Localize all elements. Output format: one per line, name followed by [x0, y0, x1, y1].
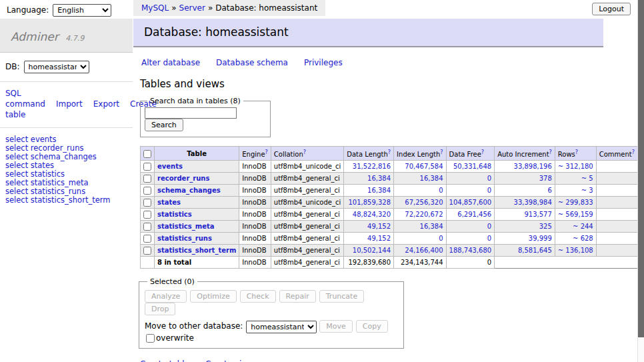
db-select[interactable]: homeassistant [24, 61, 89, 73]
index-length-link[interactable]: 67,256,320 [405, 199, 443, 206]
truncate-button[interactable]: Truncate [319, 290, 364, 303]
data-free-link[interactable]: 0 [487, 223, 491, 230]
overwrite-checkbox[interactable] [146, 334, 155, 343]
data-length-link[interactable]: 10,502,144 [353, 247, 391, 254]
create-link-create-table[interactable]: Create table [140, 359, 189, 362]
select-all-checkbox[interactable] [143, 150, 151, 158]
data-length-link[interactable]: 31,522,816 [353, 163, 391, 170]
search-input[interactable] [145, 107, 237, 119]
drop-button[interactable]: Drop [145, 303, 175, 315]
index-length-link[interactable]: 70,467,584 [405, 163, 443, 170]
index-length-link[interactable]: 16,384 [420, 223, 443, 230]
column-help-link[interactable]: ? [632, 149, 635, 155]
data-free-cell: 0 [446, 233, 495, 245]
index-length-cell: 16,384 [394, 221, 446, 233]
auto-increment-link[interactable]: 8,581,645 [518, 247, 552, 254]
auto-increment-link[interactable]: 33,898,196 [514, 163, 552, 170]
db-link-alter-database[interactable]: Alter database [141, 58, 200, 67]
table-name-link[interactable]: statistics_meta [157, 223, 214, 230]
column-help-link[interactable]: ? [481, 149, 484, 155]
row-checkbox[interactable] [143, 175, 151, 183]
index-length-link[interactable]: 0 [439, 187, 443, 194]
rows-count-link[interactable]: ~ 312,180 [558, 163, 593, 170]
rows-count-link[interactable]: ~ 136,108 [558, 247, 593, 254]
db-link-database-schema[interactable]: Database schema [216, 58, 288, 67]
table-name-link[interactable]: states [157, 199, 181, 206]
data-free-link[interactable]: 104,857,600 [449, 199, 492, 206]
create-link-create-view[interactable]: Create view [205, 359, 253, 362]
rows-count-link[interactable]: ~ 244 [573, 223, 593, 230]
db-link-privileges[interactable]: Privileges [304, 58, 343, 67]
data-length-link[interactable]: 16,384 [367, 187, 391, 194]
row-checkbox[interactable] [143, 211, 151, 219]
sidebar-action-sql-command[interactable]: SQL command [5, 89, 45, 109]
auto-increment-link[interactable]: 6 [547, 187, 551, 194]
copy-button[interactable]: Copy [356, 320, 388, 333]
rows-count-link[interactable]: ~ 569,159 [558, 211, 593, 218]
row-checkbox[interactable] [143, 235, 151, 243]
sidebar-item-select-statistics-short-term[interactable]: select statistics_short_term [5, 196, 127, 205]
column-help-link[interactable]: ? [303, 149, 306, 155]
rows-count-link[interactable]: ~ 3 [581, 187, 593, 194]
scrollbar-thumb[interactable] [638, 0, 644, 337]
vertical-scrollbar[interactable] [637, 0, 644, 362]
table-name-link[interactable]: events [157, 163, 183, 170]
data-free-link[interactable]: 0 [487, 187, 491, 194]
data-free-link[interactable]: 0 [487, 235, 491, 242]
data-length-link[interactable]: 16,384 [367, 175, 391, 182]
data-free-link[interactable]: 0 [487, 175, 491, 182]
data-length-link[interactable]: 49,152 [367, 235, 391, 242]
move-button[interactable]: Move [319, 320, 353, 333]
row-checkbox[interactable] [143, 223, 151, 231]
table-row: statesInnoDButf8mb4_unicode_ci101,859,32… [141, 197, 638, 209]
search-button[interactable]: Search [145, 119, 183, 131]
data-free-link[interactable]: 6,291,456 [457, 211, 491, 218]
auto-increment-link[interactable]: 378 [539, 175, 552, 182]
collation-cell: utf8mb4_general_ci [271, 185, 343, 197]
column-help-link[interactable]: ? [265, 149, 268, 155]
language-select[interactable]: English [53, 4, 111, 17]
overwrite-label: overwrite [156, 333, 194, 343]
optimize-button[interactable]: Optimize [190, 290, 236, 303]
data-length-link[interactable]: 49,152 [367, 223, 391, 230]
check-button[interactable]: Check [240, 290, 276, 303]
sidebar: Adminer 4.7.9 DB:homeassistant SQL comma… [0, 19, 133, 212]
column-help-link[interactable]: ? [440, 149, 443, 155]
row-checkbox[interactable] [143, 163, 151, 171]
auto-increment-link[interactable]: 33,398,984 [514, 199, 552, 206]
data-free-link[interactable]: 188,743,680 [449, 247, 492, 254]
data-free-link[interactable]: 50,331,648 [453, 163, 491, 170]
auto-increment-link[interactable]: 325 [539, 223, 552, 230]
auto-increment-link[interactable]: 39,999 [529, 235, 552, 242]
rows-count-link[interactable]: ~ 5 [581, 175, 593, 182]
breadcrumb-mysql-link[interactable]: MySQL [141, 3, 169, 13]
table-name-link[interactable]: statistics_runs [157, 235, 212, 242]
repair-button[interactable]: Repair [279, 290, 316, 303]
sidebar-action-export[interactable]: Export [93, 99, 119, 109]
data-length-link[interactable]: 101,859,328 [348, 199, 391, 206]
breadcrumb-server-link[interactable]: Server [179, 3, 205, 13]
auto-increment-link[interactable]: 913,577 [524, 211, 551, 218]
rows-count-link[interactable]: ~ 299,833 [558, 199, 593, 206]
index-length-link[interactable]: 72,220,672 [405, 211, 443, 218]
column-help-link[interactable]: ? [549, 149, 552, 155]
analyze-button[interactable]: Analyze [145, 290, 187, 303]
data-length-link[interactable]: 48,824,320 [353, 211, 391, 218]
table-name-link[interactable]: statistics [157, 211, 192, 218]
row-checkbox[interactable] [143, 247, 151, 255]
move-db-select[interactable]: homeassistant [246, 321, 317, 333]
index-length-link[interactable]: 0 [439, 235, 443, 242]
index-length-link[interactable]: 16,384 [420, 175, 443, 182]
index-length-link[interactable]: 24,166,400 [405, 247, 443, 254]
table-name-link[interactable]: statistics_short_term [157, 247, 236, 254]
table-name-link[interactable]: recorder_runs [157, 175, 209, 182]
auto-increment-cell: 6 [495, 185, 555, 197]
rows-count-link[interactable]: ~ 628 [573, 235, 593, 242]
column-help-link[interactable]: ? [575, 149, 578, 155]
column-help-link[interactable]: ? [388, 149, 391, 155]
sidebar-action-import[interactable]: Import [56, 99, 83, 109]
row-checkbox[interactable] [143, 187, 151, 195]
table-name-link[interactable]: schema_changes [157, 187, 221, 194]
logout-button[interactable]: Logout [592, 3, 631, 15]
row-checkbox[interactable] [143, 199, 151, 207]
